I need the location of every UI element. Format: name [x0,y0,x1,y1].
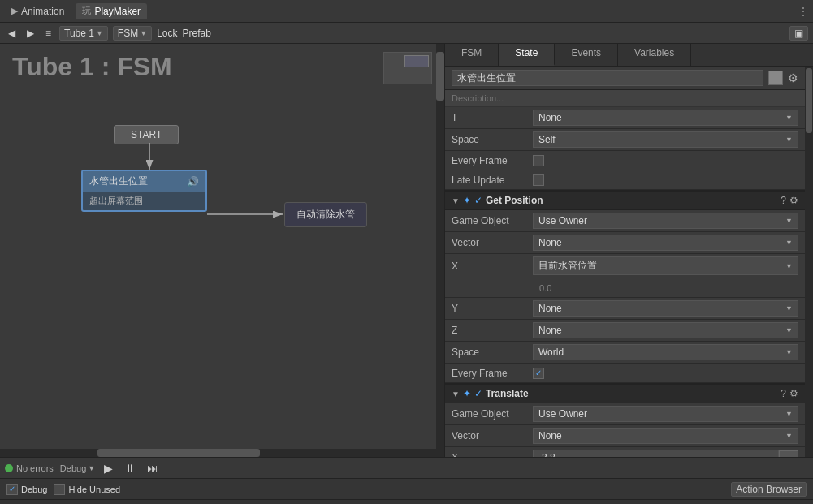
get-pos-dropdown-vector[interactable]: None ▼ [533,235,798,251]
get-pos-label-space: Space [452,347,533,358]
more-options-icon[interactable]: ⋮ [798,6,808,17]
description-input[interactable] [445,90,805,107]
get-pos-arrow-vector: ▼ [785,239,793,247]
translate-value-vector: None [538,430,562,442]
right-scroll-area: ⚙ T None ▼ Space Self ▼ [445,67,805,457]
fsm-title: Tube 1 : FSM [12,52,172,82]
get-pos-row-x: X 目前水管位置 ▼ [445,254,805,278]
get-pos-row-z: Z None ▼ [445,320,805,342]
lock-label[interactable]: Lock [157,28,177,39]
animation-tab-icon: ▶ [11,6,18,16]
get-pos-arrow-y: ▼ [785,304,793,312]
prop-row-every-frame-top: Every Frame [445,151,805,170]
state2-node[interactable]: 自动清除水管 [284,202,367,227]
hide-unused-label: Hide Unused [68,485,120,494]
translate-input-x[interactable] [533,450,779,457]
action-browser-button[interactable]: Action Browser [731,482,807,497]
get-position-gear-icon[interactable]: ⚙ [789,195,798,206]
debug-label: Debug [60,463,86,473]
translate-collapse-icon[interactable]: ▼ [452,390,460,398]
fsm-name-arrow: ▼ [96,29,103,37]
prop-row-t: T None ▼ [445,107,805,129]
back-button[interactable]: ◀ [5,26,19,41]
main-layout: Tube 1 : FSM START [0,44,813,457]
view-icon-button[interactable]: ▣ [789,26,808,41]
state1-sound-icon: 🔊 [187,176,199,187]
get-position-header: ▼ ✦ ✓ Get Position ? ⚙ [445,190,805,210]
tab-animation[interactable]: ▶ Animation [5,4,71,19]
prefab-label[interactable]: Prefab [182,28,210,39]
fsm-type-arrow: ▼ [140,29,147,37]
translate-label-gameobject: Game Object [452,408,533,420]
tab-playmaker[interactable]: 玩 PlayMaker [76,3,147,19]
prop-checkbox-late-update[interactable] [533,174,544,186]
tab-fsm[interactable]: FSM [445,44,499,66]
prop-checkbox-every-frame-top[interactable] [533,155,544,166]
get-position-title: Get Position [486,195,777,206]
play-button[interactable]: ▶ [102,462,115,475]
debug-checkbox[interactable] [6,484,18,495]
state1-node[interactable]: 水管出生位置 🔊 超出屏幕范围 [81,170,207,212]
state2-label: 自动清除水管 [296,209,355,220]
minimap-viewport [404,55,429,67]
get-pos-dropdown-y[interactable]: None ▼ [533,300,798,317]
fsm-hscroll-thumb[interactable] [97,449,260,457]
state-name-input[interactable] [452,70,763,86]
get-pos-row-vector: Vector None ▼ [445,232,805,254]
get-pos-dropdown-gameobject[interactable]: Use Owner ▼ [533,213,798,229]
fsm-name-dropdown[interactable]: Tube 1 ▼ [59,26,108,41]
canvas-arrows [0,44,444,457]
fsm-hscroll[interactable] [0,449,436,457]
hide-unused-container: Hide Unused [54,484,120,495]
get-pos-checkbox-every-frame[interactable] [533,368,544,379]
tab-state[interactable]: State [499,44,555,66]
get-position-help-icon[interactable]: ? [781,195,786,206]
debug-dropdown[interactable]: Debug ▼ [60,463,95,473]
state-header: ⚙ [445,67,805,90]
forward-button[interactable]: ▶ [24,26,37,41]
translate-gear-icon[interactable]: ⚙ [789,388,798,399]
fsm-type-dropdown[interactable]: FSM ▼ [113,26,152,41]
state1-body: 超出屏幕范围 [83,192,205,210]
prop-row-space: Space Self ▼ [445,129,805,151]
prop-dropdown-space[interactable]: Self ▼ [533,131,798,148]
fsm-name-label: Tube 1 [64,28,94,39]
no-errors-indicator: No errors [5,463,54,473]
tab-variables[interactable]: Variables [618,44,691,66]
get-pos-row-gameobject: Game Object Use Owner ▼ [445,210,805,232]
get-position-collapse-icon[interactable]: ▼ [452,196,460,205]
prop-dropdown-t[interactable]: None ▼ [533,110,798,126]
fsm-vscroll-thumb[interactable] [436,52,444,101]
translate-row-x: X — [445,447,805,457]
get-position-check[interactable]: ✓ [474,195,482,206]
get-pos-arrow-space: ▼ [785,348,793,356]
get-pos-dropdown-x[interactable]: 目前水管位置 ▼ [533,256,798,275]
get-pos-row-y: Y None ▼ [445,298,805,320]
get-pos-arrow-gameobject: ▼ [785,217,793,225]
fsm-vscroll[interactable] [436,44,444,457]
step-button[interactable]: ⏭ [145,462,161,475]
translate-x-minus-btn[interactable]: — [779,450,798,457]
pause-button[interactable]: ⏸ [122,462,138,475]
start-node[interactable]: START [114,125,179,144]
state-color-button[interactable] [768,71,783,85]
get-pos-arrow-x: ▼ [785,262,793,270]
tab-events[interactable]: Events [555,44,618,66]
state-gear-icon[interactable]: ⚙ [788,71,798,84]
translate-help-icon[interactable]: ? [781,388,786,399]
get-pos-dropdown-space[interactable]: World ▼ [533,344,798,360]
top-bar: ▶ Animation 玩 PlayMaker ⋮ [0,0,813,23]
prop-dropdown-space-arrow: ▼ [785,136,793,144]
hide-unused-checkbox[interactable] [54,484,65,495]
right-vscroll[interactable] [805,67,813,457]
minimap [383,52,432,84]
translate-dropdown-vector[interactable]: None ▼ [533,428,798,444]
fsm-canvas: Tube 1 : FSM START [0,44,444,457]
status-bar: No errors Debug ▼ ▶ ⏸ ⏭ [0,457,813,478]
menu-button[interactable]: ≡ [42,26,54,41]
get-pos-dropdown-z[interactable]: None ▼ [533,322,798,338]
prop-label-t: T [452,112,533,123]
translate-dropdown-gameobject[interactable]: Use Owner ▼ [533,406,798,422]
translate-check[interactable]: ✓ [474,388,482,399]
debug-dropdown-arrow: ▼ [88,464,95,472]
